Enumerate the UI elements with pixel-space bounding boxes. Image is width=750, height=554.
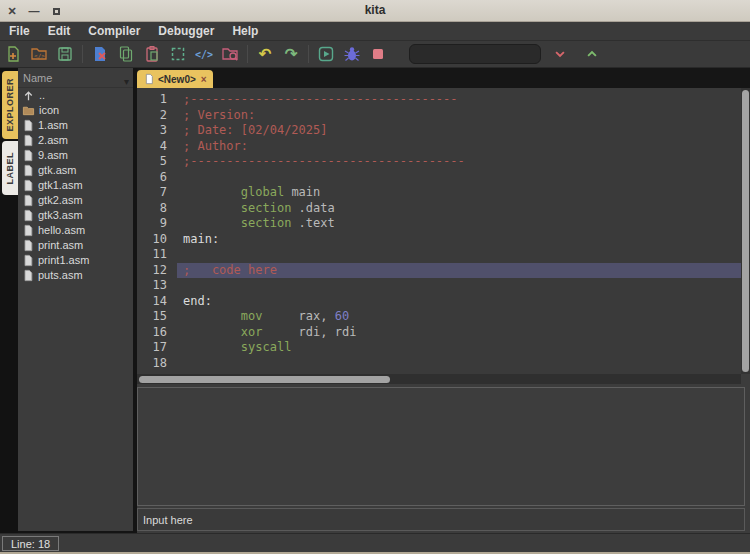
copy-button[interactable] bbox=[114, 43, 138, 65]
side-tab-explorer[interactable]: EXPLORER bbox=[2, 71, 18, 139]
find-prev-button[interactable] bbox=[581, 44, 603, 64]
chevron-down-icon bbox=[553, 47, 567, 61]
new-file-icon bbox=[4, 45, 22, 63]
file-icon bbox=[22, 239, 34, 252]
file-label: gtk3.asm bbox=[38, 208, 83, 223]
explorer-item-hello-asm[interactable]: hello.asm bbox=[18, 223, 133, 238]
chevron-up-icon bbox=[585, 47, 599, 61]
explorer-item-1-asm[interactable]: 1.asm bbox=[18, 118, 133, 133]
menu-debugger[interactable]: Debugger bbox=[149, 22, 223, 40]
find-in-files-button[interactable] bbox=[218, 43, 242, 65]
output-console[interactable] bbox=[137, 387, 745, 506]
explorer-item-print1-asm[interactable]: print1.asm bbox=[18, 253, 133, 268]
open-file-button[interactable]: </> bbox=[27, 43, 51, 65]
menu-help[interactable]: Help bbox=[223, 22, 267, 40]
explorer-item-gtk-asm[interactable]: gtk.asm bbox=[18, 163, 133, 178]
code-line[interactable]: 17 syscall bbox=[137, 340, 741, 356]
sort-arrow-icon[interactable]: ▾ bbox=[124, 72, 129, 92]
code-line[interactable]: 13 bbox=[137, 278, 741, 294]
explorer-name-header[interactable]: Name ▾ bbox=[18, 68, 133, 88]
debug-icon bbox=[343, 45, 361, 63]
explorer-item-gtk2-asm[interactable]: gtk2.asm bbox=[18, 193, 133, 208]
line-number: 13 bbox=[137, 278, 177, 294]
code-text: ; Author: bbox=[177, 139, 255, 155]
undo-button[interactable]: ↶ bbox=[253, 43, 277, 65]
menu-edit[interactable]: Edit bbox=[39, 22, 80, 40]
code-line[interactable]: 3; Date: [02/04/2025] bbox=[137, 123, 741, 139]
stop-button[interactable] bbox=[366, 43, 390, 65]
cut-button[interactable] bbox=[88, 43, 112, 65]
code-editor[interactable]: 1;-------------------------------------2… bbox=[137, 88, 741, 374]
editor-vscrollbar[interactable] bbox=[741, 88, 750, 374]
code-line[interactable]: 2; Version: bbox=[137, 108, 741, 124]
menu-compiler[interactable]: Compiler bbox=[79, 22, 149, 40]
new-file-button[interactable] bbox=[1, 43, 25, 65]
select-all-icon bbox=[169, 45, 187, 63]
hscroll-thumb[interactable] bbox=[139, 376, 390, 383]
app-window: ✕ — kita FileEditCompilerDebuggerHelp </… bbox=[0, 0, 750, 554]
explorer-item-2-asm[interactable]: 2.asm bbox=[18, 133, 133, 148]
toolbar-search-input[interactable] bbox=[409, 44, 541, 64]
file-icon bbox=[22, 179, 34, 192]
file-label: 2.asm bbox=[38, 133, 68, 148]
code-text: global main bbox=[177, 185, 320, 201]
menu-file[interactable]: File bbox=[0, 22, 39, 40]
file-icon bbox=[22, 149, 34, 162]
editor-tabbar: <New0> × bbox=[137, 68, 750, 88]
explorer-item-9-asm[interactable]: 9.asm bbox=[18, 148, 133, 163]
up-icon bbox=[22, 89, 35, 102]
code-text: main: bbox=[177, 232, 219, 248]
select-all-button[interactable] bbox=[166, 43, 190, 65]
code-line[interactable]: 10main: bbox=[137, 232, 741, 248]
code-text bbox=[177, 278, 183, 294]
code-text: ; code here bbox=[177, 263, 277, 279]
file-explorer-panel: Name ▾ ..icon1.asm2.asm9.asmgtk.asmgtk1.… bbox=[18, 68, 133, 531]
code-line[interactable]: 1;------------------------------------- bbox=[137, 92, 741, 108]
editor-column: <New0> × 1;-----------------------------… bbox=[137, 68, 750, 533]
line-number: 12 bbox=[137, 263, 177, 279]
editor-tab-new0[interactable]: <New0> × bbox=[137, 70, 213, 88]
debug-button[interactable] bbox=[340, 43, 364, 65]
editor-hscrollbar[interactable] bbox=[137, 374, 741, 384]
menubar: FileEditCompilerDebuggerHelp bbox=[0, 22, 750, 41]
code-line[interactable]: 18 bbox=[137, 356, 741, 372]
file-label: gtk2.asm bbox=[38, 193, 83, 208]
file-icon bbox=[22, 209, 34, 222]
explorer-item-puts-asm[interactable]: puts.asm bbox=[18, 268, 133, 283]
code-line[interactable]: 8 section .data bbox=[137, 201, 741, 217]
code-line[interactable]: 5;-------------------------------------- bbox=[137, 154, 741, 170]
code-line[interactable]: 15 mov rax, 60 bbox=[137, 309, 741, 325]
code-line-current[interactable]: 12; code here bbox=[137, 263, 741, 279]
code-line[interactable]: 14end: bbox=[137, 294, 741, 310]
file-icon bbox=[22, 134, 34, 147]
toolbar-separator bbox=[247, 45, 248, 63]
explorer-item-icon[interactable]: icon bbox=[18, 103, 133, 118]
explorer-item-print-asm[interactable]: print.asm bbox=[18, 238, 133, 253]
open-folder-icon: </> bbox=[30, 45, 48, 63]
side-tab-label[interactable]: LABEL bbox=[2, 141, 18, 195]
file-icon bbox=[22, 119, 34, 132]
code-line[interactable]: 7 global main bbox=[137, 185, 741, 201]
tab-close-icon[interactable]: × bbox=[201, 74, 207, 85]
code-text: section .data bbox=[177, 201, 335, 217]
find-next-button[interactable] bbox=[549, 44, 571, 64]
explorer-item-gtk3-asm[interactable]: gtk3.asm bbox=[18, 208, 133, 223]
paste-button[interactable] bbox=[140, 43, 164, 65]
code-tags-button[interactable]: </> bbox=[192, 43, 216, 65]
save-file-button[interactable] bbox=[53, 43, 77, 65]
stop-icon bbox=[369, 45, 387, 63]
explorer-item--[interactable]: .. bbox=[18, 88, 133, 103]
code-line[interactable]: 16 xor rdi, rdi bbox=[137, 325, 741, 341]
code-line[interactable]: 6 bbox=[137, 170, 741, 186]
program-input-field[interactable] bbox=[137, 508, 745, 531]
code-line[interactable]: 11 bbox=[137, 247, 741, 263]
code-line[interactable]: 4; Author: bbox=[137, 139, 741, 155]
save-icon bbox=[56, 45, 74, 63]
find-in-files-icon bbox=[221, 45, 239, 63]
run-button[interactable] bbox=[314, 43, 338, 65]
file-label: puts.asm bbox=[38, 268, 83, 283]
vscroll-thumb[interactable] bbox=[742, 90, 749, 372]
explorer-item-gtk1-asm[interactable]: gtk1.asm bbox=[18, 178, 133, 193]
redo-button[interactable]: ↷ bbox=[279, 43, 303, 65]
code-line[interactable]: 9 section .text bbox=[137, 216, 741, 232]
